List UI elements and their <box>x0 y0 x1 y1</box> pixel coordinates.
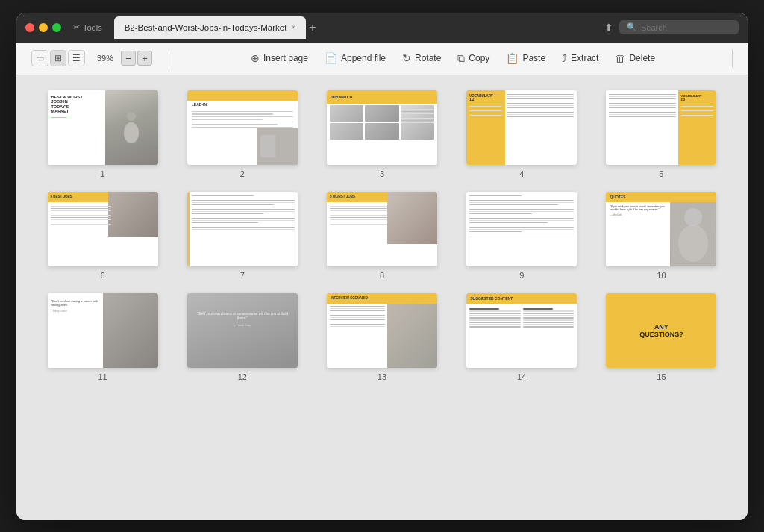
page-number-9: 9 <box>519 271 524 280</box>
insert-page-button[interactable]: ⊕ Insert page <box>243 48 316 68</box>
svg-point-1 <box>124 122 139 143</box>
delete-button[interactable]: 🗑 Delete <box>607 48 663 68</box>
page-item-8: 5 WORST JOBS <box>318 192 445 280</box>
tabs-area: B2-Best-and-Worst-Jobs-in-Todays-Market … <box>114 16 598 39</box>
page-thumb-13[interactable]: INTERVIEW SCENARIO <box>327 293 437 368</box>
extract-button[interactable]: ⤴ Extract <box>554 48 606 68</box>
extract-icon: ⤴ <box>562 52 567 64</box>
page-thumb-9[interactable] <box>466 192 577 266</box>
rotate-label: Rotate <box>415 53 441 63</box>
svg-point-5 <box>684 208 702 226</box>
page-thumb-2[interactable]: LEAD-IN <box>187 90 298 165</box>
scissors-icon: ✂ <box>73 22 80 32</box>
page-thumb-12[interactable]: "Build your own dreams or someone else w… <box>187 293 298 368</box>
share-icon[interactable]: ⬆ <box>604 22 613 34</box>
zoom-level: 39% <box>91 54 119 63</box>
delete-icon: 🗑 <box>615 52 625 64</box>
tab-title: B2-Best-and-Worst-Jobs-in-Todays-Market <box>125 23 287 32</box>
app-window: ✂ Tools B2-Best-and-Worst-Jobs-in-Todays… <box>16 13 748 520</box>
search-bar[interactable]: 🔍 <box>619 20 739 34</box>
single-page-view-button[interactable]: ▭ <box>31 50 48 66</box>
toolbar-actions: ⊕ Insert page 📄 Append file ↻ Rotate ⧉ C… <box>177 48 729 69</box>
page-number-5: 5 <box>659 169 663 178</box>
paste-label: Paste <box>522 53 545 63</box>
page-item-7: 7 <box>178 192 306 280</box>
copy-button[interactable]: ⧉ Copy <box>450 48 497 69</box>
page-number-11: 11 <box>98 372 107 381</box>
minimize-button[interactable] <box>39 23 48 32</box>
page-number-1: 1 <box>101 169 105 178</box>
append-file-button[interactable]: 📄 Append file <box>317 48 393 68</box>
page-item-14: SUGGESTED CONTENT <box>458 293 586 381</box>
svg-point-6 <box>678 225 708 262</box>
tools-button[interactable]: ✂ Tools <box>73 22 102 32</box>
page-item-3: JOB MATCH <box>318 90 445 178</box>
page-item-13: INTERVIEW SCENARIO <box>318 293 445 381</box>
paste-button[interactable]: 📋 Paste <box>498 48 553 68</box>
page-number-4: 4 <box>519 169 524 178</box>
search-icon: 🔍 <box>627 22 637 32</box>
page-thumb-11[interactable]: "Don't confuse having a career with havi… <box>48 293 158 368</box>
grid-view-button[interactable]: ⊞ <box>50 50 66 66</box>
page-item-1: BEST & WORSTJOBS INTODAY'SMARKET <box>39 90 166 178</box>
page-thumb-3[interactable]: JOB MATCH <box>327 90 437 165</box>
page-number-14: 14 <box>517 372 526 381</box>
rotate-button[interactable]: ↻ Rotate <box>395 48 448 68</box>
insert-page-icon: ⊕ <box>251 52 260 64</box>
page-number-3: 3 <box>380 169 384 178</box>
close-button[interactable] <box>25 23 34 32</box>
list-view-button[interactable]: ☰ <box>68 50 85 66</box>
pages-grid: BEST & WORSTJOBS INTODAY'SMARKET <box>39 90 725 381</box>
extract-label: Extract <box>571 53 598 63</box>
active-tab[interactable]: B2-Best-and-Worst-Jobs-in-Todays-Market … <box>114 16 307 39</box>
page-thumb-5[interactable]: VOCABULARY2/2 <box>606 90 716 165</box>
page-thumb-14[interactable]: SUGGESTED CONTENT <box>466 293 577 368</box>
page-number-6: 6 <box>101 271 105 280</box>
search-input[interactable] <box>641 23 731 32</box>
svg-rect-3 <box>260 135 275 157</box>
page-number-7: 7 <box>240 271 245 280</box>
page-item-5: VOCABULARY2/2 <box>598 90 725 178</box>
titlebar-right: ⬆ 🔍 <box>604 20 739 34</box>
page-thumb-15[interactable]: ANYQUESTIONS? <box>606 293 716 368</box>
page-thumb-4[interactable]: VOCABULARY1/2 <box>466 90 577 165</box>
traffic-lights <box>25 23 61 32</box>
titlebar: ✂ Tools B2-Best-and-Worst-Jobs-in-Todays… <box>16 13 748 43</box>
page-item-6: 5 BEST JOBS <box>39 192 166 280</box>
content-area[interactable]: BEST & WORSTJOBS INTODAY'SMARKET <box>16 75 748 520</box>
tools-label: Tools <box>83 23 102 32</box>
append-file-icon: 📄 <box>325 52 337 64</box>
zoom-decrease-button[interactable]: − <box>121 51 136 66</box>
rotate-icon: ↻ <box>402 52 411 64</box>
view-buttons: ▭ ⊞ ☰ <box>31 50 85 66</box>
copy-label: Copy <box>469 53 489 63</box>
page-number-10: 10 <box>657 271 666 280</box>
toolbar: ▭ ⊞ ☰ 39% − + ⊕ Insert page 📄 Append fil… <box>16 43 748 75</box>
insert-page-label: Insert page <box>263 53 308 63</box>
zoom-area: 39% − + <box>91 51 152 66</box>
toolbar-separator-2 <box>732 49 733 67</box>
svg-point-0 <box>127 112 136 121</box>
page-thumb-8[interactable]: 5 WORST JOBS <box>327 192 437 266</box>
page-number-15: 15 <box>657 372 666 381</box>
page-item-12: "Build your own dreams or someone else w… <box>178 293 306 381</box>
page-thumb-7[interactable] <box>187 192 298 266</box>
delete-label: Delete <box>629 53 655 63</box>
new-tab-button[interactable]: + <box>309 21 316 34</box>
tab-close-button[interactable]: × <box>291 23 295 31</box>
page-item-9: 9 <box>458 192 586 280</box>
paste-icon: 📋 <box>506 52 519 64</box>
page-item-15: ANYQUESTIONS? 15 <box>598 293 725 381</box>
page-item-11: "Don't confuse having a career with havi… <box>39 293 166 381</box>
page-number-8: 8 <box>380 271 384 280</box>
page-item-10: QUOTES "If you think your boss is stupid… <box>598 192 725 280</box>
copy-icon: ⧉ <box>457 52 465 65</box>
zoom-increase-button[interactable]: + <box>137 51 152 66</box>
page-thumb-1[interactable]: BEST & WORSTJOBS INTODAY'SMARKET <box>48 90 158 165</box>
toolbar-separator-1 <box>169 49 169 67</box>
page-thumb-10[interactable]: QUOTES "If you think your boss is stupid… <box>606 192 716 266</box>
append-file-label: Append file <box>341 53 386 63</box>
maximize-button[interactable] <box>52 23 61 32</box>
page-thumb-6[interactable]: 5 BEST JOBS <box>48 192 158 266</box>
page-item-4: VOCABULARY1/2 <box>458 90 586 178</box>
